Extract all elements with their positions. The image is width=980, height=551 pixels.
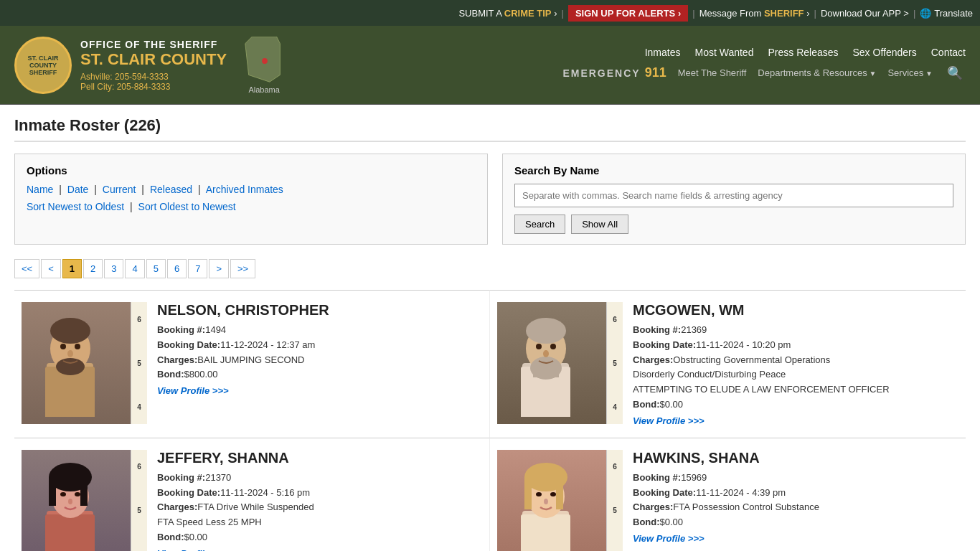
view-profile-hawkins[interactable]: View Profile >>>: [633, 533, 705, 544]
emergency-badge: EMERGENCY 911: [562, 65, 666, 80]
search-title: Search By Name: [514, 164, 953, 176]
sheriff-badge: ST. CLAIRCOUNTYSHERIFF: [14, 37, 72, 94]
inmate-photo-hawkins: 6 5 4: [497, 450, 623, 551]
view-profile-jeffery[interactable]: View Profile >>>: [157, 548, 229, 551]
pagination: << < 1 2 3 4 5 6 7 > >>: [14, 259, 966, 278]
options-search-row: Options Name | Date | Current | Released…: [14, 154, 966, 245]
pagination-next[interactable]: >: [209, 259, 229, 278]
filter-name[interactable]: Name: [27, 184, 53, 195]
sort-oldest[interactable]: Sort Oldest to Newest: [138, 201, 236, 212]
nav-departments[interactable]: Departments & Resources: [758, 67, 876, 78]
nav-meet-sheriff[interactable]: Meet The Sheriff: [678, 67, 747, 78]
alabama-map: Alabama: [235, 37, 293, 94]
inmate-name-mcgowen: MCGOWEN, WM: [633, 302, 958, 319]
nav-services[interactable]: Services: [887, 67, 933, 78]
search-input[interactable]: [514, 184, 953, 207]
contact-info: Ashville: 205-594-3333 Pell City: 205-88…: [80, 72, 227, 92]
globe-icon: 🌐: [920, 8, 931, 19]
svg-point-7: [60, 344, 66, 349]
office-title: OFFICE OF THE SHERIFF: [80, 39, 227, 50]
pagination-page-3[interactable]: 3: [104, 259, 123, 278]
svg-rect-23: [49, 477, 56, 506]
inmate-photo-jeffery: 6 5 4: [22, 450, 147, 551]
inmate-card-hawkins: 6 5 4 HAWKINS, SHANA Booking #:15969 Boo…: [490, 438, 966, 551]
download-app-link[interactable]: Download Our APP >: [821, 8, 909, 19]
svg-rect-15: [533, 363, 559, 377]
inmate-card-mcgowen: 6 5 4 MCGOWEN, WM Booking #:21369 Bookin…: [490, 290, 966, 438]
svg-point-26: [75, 492, 80, 496]
inmate-photo-nelson: 6 5 4: [22, 302, 147, 424]
nav-most-wanted[interactable]: Most Wanted: [694, 47, 753, 58]
logo-area: ST. CLAIRCOUNTYSHERIFF OFFICE OF THE SHE…: [14, 37, 562, 94]
inmate-detail-nelson: Booking #:1494 Booking Date:11-12-2024 -…: [157, 323, 482, 382]
ruler-nelson: 6 5 4: [131, 302, 147, 424]
inmate-name-nelson: NELSON, CHRISTOPHER: [157, 302, 482, 319]
search-buttons: Search Show All: [514, 215, 953, 234]
pagination-prev[interactable]: <: [41, 259, 61, 278]
inmate-name-jeffery: JEFFERY, SHANNA: [157, 450, 482, 466]
crime-tip-link[interactable]: SUBMIT A CRIME TIP ›: [458, 8, 557, 19]
inmate-detail-jeffery: Booking #:21370 Booking Date:11-11-2024 …: [157, 471, 482, 545]
nav-press-releases[interactable]: Press Releases: [768, 47, 838, 58]
pagination-page-7[interactable]: 7: [188, 259, 207, 278]
inmate-info-mcgowen: MCGOWEN, WM Booking #:21369 Booking Date…: [633, 302, 958, 426]
filter-released[interactable]: Released: [150, 184, 192, 195]
sort-newest[interactable]: Sort Newest to Oldest: [27, 201, 124, 212]
options-box: Options Name | Date | Current | Released…: [14, 154, 488, 245]
filter-archived[interactable]: Archived Inmates: [206, 184, 283, 195]
show-all-button[interactable]: Show All: [571, 215, 628, 234]
top-bar: SUBMIT A CRIME TIP › | SIGN UP FOR ALERT…: [0, 0, 980, 26]
view-profile-nelson[interactable]: View Profile >>>: [157, 385, 229, 396]
search-icon: 🔍: [947, 66, 963, 80]
inmate-detail-mcgowen: Booking #:21369 Booking Date:11-11-2024 …: [633, 323, 958, 413]
pagination-page-4[interactable]: 4: [125, 259, 144, 278]
svg-point-16: [536, 344, 542, 349]
nav-sex-offenders[interactable]: Sex Offenders: [853, 47, 917, 58]
main-nav: Inmates Most Wanted Press Releases Sex O…: [645, 47, 966, 58]
svg-point-36: [544, 499, 548, 504]
pagination-first[interactable]: <<: [14, 259, 39, 278]
svg-point-25: [60, 492, 66, 496]
svg-rect-33: [556, 477, 563, 509]
pagination-page-6[interactable]: 6: [167, 259, 187, 278]
site-header: ST. CLAIRCOUNTYSHERIFF OFFICE OF THE SHE…: [0, 26, 980, 105]
ruler-jeffery: 6 5 4: [131, 450, 147, 551]
svg-point-18: [543, 350, 549, 357]
nav-contact[interactable]: Contact: [931, 47, 966, 58]
filter-date[interactable]: Date: [67, 184, 89, 195]
svg-point-8: [75, 344, 80, 349]
inmate-grid: 6 5 4 NELSON, CHRISTOPHER Booking #:1494…: [14, 290, 966, 551]
filter-current[interactable]: Current: [103, 184, 136, 195]
svg-point-34: [536, 492, 542, 496]
county-name: ST. CLAIR COUNTY: [80, 50, 227, 69]
pagination-page-5[interactable]: 5: [146, 259, 166, 278]
svg-point-1: [262, 58, 268, 64]
header-nav: Inmates Most Wanted Press Releases Sex O…: [562, 47, 966, 84]
page-title: Inmate Roster (226): [14, 116, 966, 142]
page-content: Inmate Roster (226) Options Name | Date …: [0, 105, 980, 551]
inmate-card-jeffery: 6 5 4 JEFFERY, SHANNA Booking #:21370 Bo…: [14, 438, 490, 551]
search-button[interactable]: Search: [514, 215, 565, 234]
nav-inmates[interactable]: Inmates: [645, 47, 681, 58]
svg-rect-29: [521, 514, 570, 551]
translate-button[interactable]: 🌐 Translate: [920, 8, 973, 19]
pagination-page-1[interactable]: 1: [62, 259, 82, 278]
header-text: OFFICE OF THE SHERIFF ST. CLAIR COUNTY A…: [80, 39, 227, 92]
pagination-last[interactable]: >>: [230, 259, 255, 278]
options-title: Options: [27, 164, 476, 176]
svg-point-9: [67, 350, 73, 357]
header-search-button[interactable]: 🔍: [944, 62, 966, 84]
svg-point-27: [68, 499, 72, 504]
alerts-button[interactable]: SIGN UP FOR ALERTS ›: [568, 5, 688, 22]
inmate-info-jeffery: JEFFERY, SHANNA Booking #:21370 Booking …: [157, 450, 482, 551]
pagination-page-2[interactable]: 2: [83, 259, 103, 278]
svg-point-6: [56, 358, 85, 375]
sort-links: Sort Newest to Oldest | Sort Oldest to N…: [27, 201, 476, 212]
inmate-photo-mcgowen: 6 5 4: [497, 302, 623, 424]
view-profile-mcgowen[interactable]: View Profile >>>: [633, 415, 705, 426]
sheriff-message-link[interactable]: Message From SHERIFF ›: [699, 8, 810, 19]
secondary-nav: EMERGENCY 911 Meet The Sheriff Departmen…: [562, 62, 966, 84]
svg-point-35: [550, 492, 556, 496]
ruler-mcgowen: 6 5 4: [607, 302, 623, 424]
svg-point-5: [50, 318, 90, 344]
